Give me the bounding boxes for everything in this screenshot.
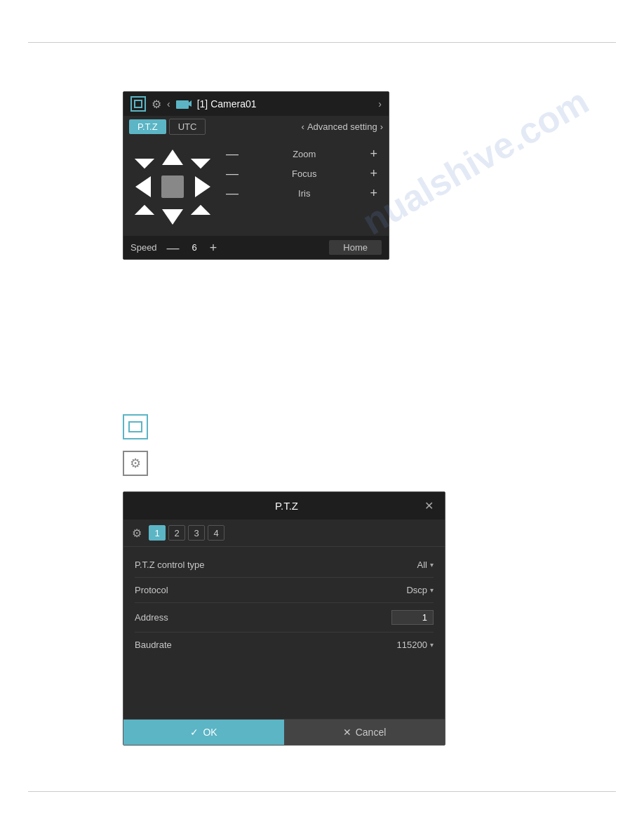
cancel-x-icon: ✕ bbox=[343, 727, 351, 738]
advanced-setting-label: Advanced setting bbox=[307, 121, 377, 132]
dialog-close-button[interactable]: ✕ bbox=[424, 499, 434, 512]
ptz-control-type-label: P.T.Z control type bbox=[135, 560, 204, 570]
channel-gear-icon: ⚙ bbox=[132, 527, 142, 540]
camera-icon-item bbox=[123, 414, 148, 439]
right-button[interactable] bbox=[190, 173, 215, 201]
baudrate-value[interactable]: 115200 ▾ bbox=[397, 640, 434, 650]
protocol-label: Protocol bbox=[135, 585, 168, 595]
baudrate-row: Baudrate 115200 ▾ bbox=[135, 633, 434, 657]
address-input[interactable] bbox=[391, 610, 434, 625]
directional-pad bbox=[130, 145, 215, 229]
dialog-empty-area bbox=[123, 663, 445, 719]
svg-marker-1 bbox=[189, 100, 192, 107]
ptz-control-type-value[interactable]: All ▾ bbox=[417, 560, 434, 570]
zoom-plus-button[interactable]: + bbox=[365, 147, 382, 160]
down-right-button[interactable] bbox=[189, 204, 212, 226]
down-left-button[interactable] bbox=[133, 204, 156, 226]
ptz-control-type-text: All bbox=[417, 560, 427, 570]
channel-tab-3[interactable]: 3 bbox=[188, 525, 205, 541]
focus-control-row: — Focus + bbox=[222, 167, 382, 180]
up-left-button[interactable] bbox=[133, 147, 156, 170]
tab-utc[interactable]: UTC bbox=[169, 119, 206, 135]
watermark: nualshive.com bbox=[355, 80, 596, 244]
channel-tab-4[interactable]: 4 bbox=[208, 525, 224, 541]
ptz-control-type-row: P.T.Z control type All ▾ bbox=[135, 552, 434, 578]
channel-tab-2[interactable]: 2 bbox=[168, 525, 185, 541]
bottom-divider bbox=[28, 791, 616, 792]
baudrate-label: Baudrate bbox=[135, 640, 172, 650]
left-arrow-icon bbox=[135, 176, 151, 197]
ok-check-icon: ✓ bbox=[190, 727, 199, 738]
camera-view-icon-inner bbox=[134, 100, 142, 108]
prev-camera-button[interactable]: ‹ bbox=[167, 98, 170, 110]
protocol-value[interactable]: Dscp ▾ bbox=[406, 585, 434, 595]
protocol-text: Dscp bbox=[406, 585, 427, 595]
protocol-row: Protocol Dscp ▾ bbox=[135, 578, 434, 603]
camera-view-icon[interactable] bbox=[130, 96, 146, 112]
center-button[interactable] bbox=[161, 176, 184, 198]
baudrate-chevron-icon: ▾ bbox=[430, 641, 434, 649]
advanced-setting-link[interactable]: ‹ Advanced setting › bbox=[302, 121, 383, 132]
settings-gear-icon[interactable]: ⚙ bbox=[152, 98, 161, 111]
up-right-arrow-icon bbox=[191, 149, 210, 168]
down-right-arrow-icon bbox=[191, 205, 210, 225]
icons-section: ⚙ bbox=[123, 414, 148, 487]
top-divider bbox=[28, 42, 616, 43]
address-row: Address bbox=[135, 603, 434, 633]
speed-label: Speed bbox=[130, 242, 157, 253]
focus-label: Focus bbox=[243, 168, 365, 179]
address-label: Address bbox=[135, 612, 168, 623]
cancel-label: Cancel bbox=[356, 727, 387, 738]
svg-rect-0 bbox=[176, 100, 189, 109]
speed-value: 6 bbox=[192, 242, 197, 253]
down-left-arrow-icon bbox=[135, 205, 154, 225]
gear-settings-icon-box[interactable]: ⚙ bbox=[123, 451, 148, 476]
ptz-panel-header: ⚙ ‹ [1] Camera01 › bbox=[123, 92, 389, 116]
dialog-title: P.T.Z bbox=[149, 500, 424, 512]
right-arrow-icon bbox=[195, 176, 210, 197]
left-button[interactable] bbox=[130, 173, 155, 201]
up-right-button[interactable] bbox=[189, 147, 212, 170]
tab-ptz[interactable]: P.T.Z bbox=[129, 119, 166, 134]
cancel-button[interactable]: ✕ Cancel bbox=[284, 720, 445, 745]
ptz-zoom-focus-iris-controls: — Zoom + — Focus + — Iris + bbox=[222, 145, 382, 229]
speed-row: Speed — 6 + Home bbox=[123, 236, 389, 259]
down-button[interactable] bbox=[159, 204, 187, 229]
ptz-settings-dialog: P.T.Z ✕ ⚙ 1 2 3 4 P.T.Z control type All… bbox=[123, 491, 445, 746]
focus-minus-button[interactable]: — bbox=[222, 167, 243, 180]
iris-label: Iris bbox=[243, 188, 365, 199]
ptz-tab-bar: P.T.Z UTC ‹ Advanced setting › bbox=[123, 116, 389, 138]
speed-minus-button[interactable]: — bbox=[163, 241, 184, 254]
next-camera-button[interactable]: › bbox=[378, 98, 382, 110]
ok-button[interactable]: ✓ OK bbox=[123, 720, 284, 745]
camera-view-icon-box-inner bbox=[128, 421, 142, 432]
camera-view-icon-box[interactable] bbox=[123, 414, 148, 439]
gear-icon-symbol: ⚙ bbox=[130, 456, 141, 471]
iris-control-row: — Iris + bbox=[222, 187, 382, 199]
iris-minus-button[interactable]: — bbox=[222, 187, 243, 199]
protocol-chevron-icon: ▾ bbox=[430, 586, 434, 594]
dialog-header: P.T.Z ✕ bbox=[123, 492, 445, 519]
camera-title: [1] Camera01 bbox=[197, 98, 373, 110]
ptz-body: — Zoom + — Focus + — Iris + bbox=[123, 138, 389, 236]
channel-tabs: ⚙ 1 2 3 4 bbox=[123, 519, 445, 547]
chevron-right-adv-icon: › bbox=[380, 121, 383, 132]
dialog-footer: ✓ OK ✕ Cancel bbox=[123, 719, 445, 745]
up-arrow-icon bbox=[162, 150, 183, 165]
zoom-minus-button[interactable]: — bbox=[222, 147, 243, 160]
down-arrow-icon bbox=[162, 209, 183, 225]
chevron-left-adv-icon: ‹ bbox=[302, 121, 304, 132]
ok-label: OK bbox=[203, 727, 217, 738]
speed-plus-button[interactable]: + bbox=[206, 241, 222, 254]
up-button[interactable] bbox=[159, 145, 187, 169]
camera-icon bbox=[176, 98, 192, 110]
ptz-form-body: P.T.Z control type All ▾ Protocol Dscp ▾… bbox=[123, 547, 445, 663]
channel-tab-1[interactable]: 1 bbox=[149, 525, 166, 541]
ptz-control-type-chevron-icon: ▾ bbox=[430, 561, 434, 569]
ptz-control-panel: ⚙ ‹ [1] Camera01 › P.T.Z UTC ‹ Advanced … bbox=[123, 91, 389, 260]
zoom-control-row: — Zoom + bbox=[222, 147, 382, 160]
focus-plus-button[interactable]: + bbox=[365, 167, 382, 180]
home-button[interactable]: Home bbox=[329, 240, 382, 255]
iris-plus-button[interactable]: + bbox=[365, 187, 382, 199]
baudrate-text: 115200 bbox=[397, 640, 427, 650]
